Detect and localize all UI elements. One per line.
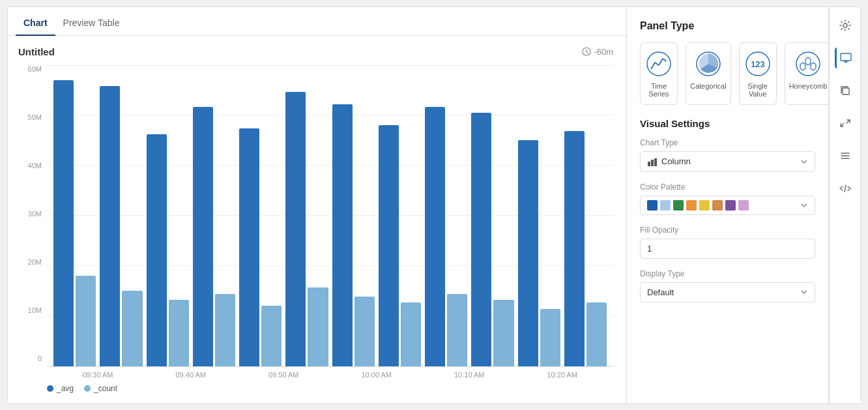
y-label-50m: 50M xyxy=(28,113,42,121)
bar-count-4 xyxy=(215,294,235,366)
chart-type-select[interactable]: Column xyxy=(640,151,815,172)
svg-rect-9 xyxy=(648,162,650,166)
bar-group-1 xyxy=(53,65,96,366)
swatch-5 xyxy=(699,200,710,211)
swatch-1 xyxy=(647,200,658,211)
bar-group-2 xyxy=(100,65,142,366)
bar-count-3 xyxy=(169,300,189,366)
color-palette-select[interactable] xyxy=(640,196,815,215)
chart-time: -60m xyxy=(582,47,613,57)
display-type-select[interactable]: Default xyxy=(640,282,815,302)
y-label-0: 0 xyxy=(38,355,42,362)
list-icon xyxy=(839,150,851,162)
svg-marker-7 xyxy=(800,63,805,70)
bar-avg-1 xyxy=(53,80,74,366)
chevron-down-icon-display xyxy=(800,288,808,296)
single-value-icon: 123 xyxy=(744,50,772,78)
svg-rect-10 xyxy=(651,160,654,166)
legend-dot-count xyxy=(84,385,91,392)
tab-chart[interactable]: Chart xyxy=(16,11,55,36)
x-label-0940: 09:40 AM xyxy=(147,371,236,379)
settings-icon-btn[interactable] xyxy=(835,15,856,36)
legend-label-count: _count xyxy=(94,384,117,393)
legend: _avg _count xyxy=(18,379,613,393)
bar-group-10 xyxy=(471,65,514,366)
legend-label-avg: _avg xyxy=(57,384,74,393)
bar-count-9 xyxy=(447,294,467,366)
svg-point-12 xyxy=(843,23,847,27)
bar-group-6 xyxy=(285,65,328,366)
expand-icon xyxy=(839,117,851,129)
bar-avg-4 xyxy=(193,107,213,366)
bar-count-8 xyxy=(401,302,421,366)
y-axis: 60M 50M 40M 30M 20M 10M 0 xyxy=(18,65,47,379)
bar-count-12 xyxy=(586,302,607,366)
bar-count-2 xyxy=(122,291,142,366)
bar-avg-7 xyxy=(332,104,353,366)
chart-type-label: Chart Type xyxy=(640,138,815,147)
list-icon-btn[interactable] xyxy=(835,145,856,166)
chart-title: Untitled xyxy=(18,46,55,57)
bar-group-8 xyxy=(379,65,421,366)
expand-icon-btn[interactable] xyxy=(835,113,856,134)
bars-row xyxy=(47,65,613,366)
x-label-0930: 09:30 AM xyxy=(53,371,143,379)
fill-opacity-label: Fill Opacity xyxy=(640,226,815,235)
bar-group-12 xyxy=(564,65,607,366)
x-label-1000: 10:00 AM xyxy=(332,371,422,379)
tab-bar: Chart Preview Table xyxy=(8,7,626,36)
code-icon xyxy=(839,183,851,194)
bars-container xyxy=(47,65,613,367)
fill-opacity-value: 1 xyxy=(640,239,815,259)
chart-area: Untitled -60m 60M 50M 40M 30M 20M 10M 0 xyxy=(8,36,626,403)
y-label-60m: 60M xyxy=(28,65,42,73)
tab-preview-table[interactable]: Preview Table xyxy=(55,11,128,36)
copy-icon-btn[interactable] xyxy=(835,80,856,101)
fill-opacity-setting: Fill Opacity 1 xyxy=(640,226,815,259)
y-label-40m: 40M xyxy=(28,162,42,169)
svg-text:123: 123 xyxy=(751,59,765,69)
svg-rect-13 xyxy=(841,53,851,61)
x-label-1010: 10:10 AM xyxy=(425,371,514,379)
y-label-20m: 20M xyxy=(28,258,42,266)
display-type-setting: Display Type Default xyxy=(640,269,815,302)
swatch-7 xyxy=(725,200,736,211)
bar-avg-9 xyxy=(425,107,445,366)
bar-group-7 xyxy=(332,65,375,366)
bar-count-10 xyxy=(493,300,514,366)
panel-type-honeycomb[interactable]: Honeycomb xyxy=(785,42,829,105)
bar-group-11 xyxy=(518,65,560,366)
x-label-1020: 10:20 AM xyxy=(518,371,607,379)
chevron-down-icon xyxy=(800,158,808,166)
clock-icon xyxy=(582,47,591,56)
swatch-2 xyxy=(660,200,671,211)
monitor-icon xyxy=(840,52,852,64)
color-swatches xyxy=(647,200,749,211)
chart-plot: 09:30 AM 09:40 AM 09:50 AM 10:00 AM 10:1… xyxy=(47,65,613,379)
panel-type-time-series[interactable]: Time Series xyxy=(640,42,678,105)
bar-group-4 xyxy=(193,65,235,366)
svg-marker-8 xyxy=(811,63,816,70)
categorical-icon xyxy=(694,50,723,78)
panel-type-categorical[interactable]: Categorical xyxy=(686,42,731,105)
bar-avg-6 xyxy=(285,92,306,366)
honeycomb-icon xyxy=(794,50,822,78)
x-label-0950: 09:50 AM xyxy=(239,371,328,379)
monitor-icon-btn[interactable] xyxy=(835,48,856,68)
column-chart-icon xyxy=(647,156,658,167)
legend-dot-avg xyxy=(47,385,53,392)
color-palette-label: Color Palette xyxy=(640,183,815,192)
honeycomb-label: Honeycomb xyxy=(789,82,828,90)
bar-avg-11 xyxy=(518,140,538,366)
single-value-label: Single Value xyxy=(744,82,772,98)
gear-icon xyxy=(839,20,851,31)
bar-count-6 xyxy=(308,287,328,366)
swatch-6 xyxy=(712,200,723,211)
svg-point-1 xyxy=(647,52,671,76)
panel-type-single-value[interactable]: 123 Single Value xyxy=(739,42,777,105)
bar-count-5 xyxy=(261,306,282,366)
color-palette-setting: Color Palette xyxy=(640,183,815,215)
svg-point-5 xyxy=(796,52,820,76)
panel-type-title: Panel Type xyxy=(640,20,815,32)
code-icon-btn[interactable] xyxy=(835,178,856,199)
